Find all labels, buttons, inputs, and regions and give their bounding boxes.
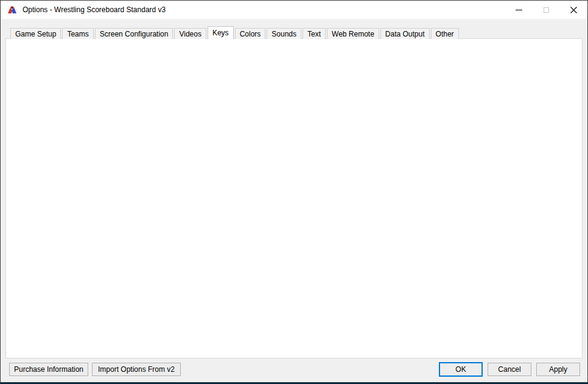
tab-teams[interactable]: Teams	[62, 28, 93, 39]
apply-button[interactable]: Apply	[536, 363, 580, 376]
maximize-icon	[544, 7, 549, 13]
purchase-information-button[interactable]: Purchase Information	[9, 363, 88, 376]
tab-keys[interactable]: Keys	[208, 26, 234, 39]
tab-bar: Game SetupTeamsScreen ConfigurationVideo…	[10, 27, 460, 39]
window-controls	[505, 1, 587, 19]
close-button[interactable]	[560, 1, 587, 19]
window-title: Options - Wrestling Scoreboard Standard …	[23, 5, 166, 14]
keys-tab-page	[5, 38, 583, 358]
minimize-icon	[516, 10, 522, 10]
tab-other[interactable]: Other	[431, 28, 459, 39]
tab-data-output[interactable]: Data Output	[380, 28, 430, 39]
cancel-button[interactable]: Cancel	[488, 363, 531, 376]
options-dialog: Options - Wrestling Scoreboard Standard …	[0, 0, 588, 384]
tab-web-remote[interactable]: Web Remote	[327, 28, 379, 39]
tab-screen-configuration[interactable]: Screen Configuration	[95, 28, 173, 39]
tab-videos[interactable]: Videos	[174, 28, 206, 39]
app-icon	[7, 5, 18, 15]
maximize-button[interactable]	[533, 1, 560, 19]
ok-button[interactable]: OK	[439, 362, 483, 377]
close-icon	[570, 7, 577, 13]
tab-colors[interactable]: Colors	[235, 28, 266, 39]
tab-text[interactable]: Text	[303, 28, 326, 39]
tab-game-setup[interactable]: Game Setup	[10, 28, 61, 39]
minimize-button[interactable]	[505, 1, 533, 19]
import-options-from-v2-button[interactable]: Import Options From v2	[92, 363, 181, 376]
tab-sounds[interactable]: Sounds	[267, 28, 301, 39]
title-bar: Options - Wrestling Scoreboard Standard …	[1, 1, 587, 19]
